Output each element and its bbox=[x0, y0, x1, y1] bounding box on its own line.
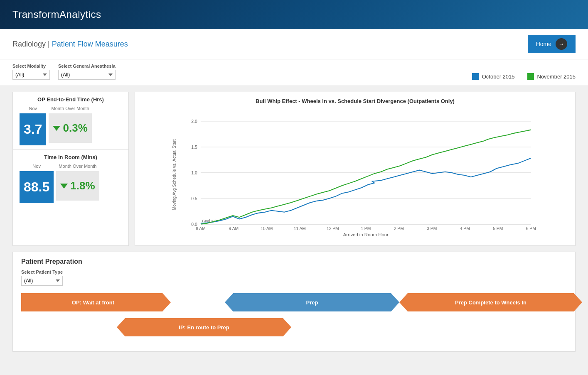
op-mom-value-card: 0.3% bbox=[49, 113, 91, 143]
anesthesia-select[interactable]: (All) bbox=[58, 70, 116, 80]
oct-swatch bbox=[472, 73, 479, 80]
prep-complete-label: Prep Complete to Wheels In bbox=[455, 299, 526, 306]
op-nov-card: Nov 3.7 bbox=[20, 106, 46, 145]
filters-row: Select Modality (All) Select General Ane… bbox=[0, 59, 588, 86]
chart-panel: Bull Whip Effect - Wheels In vs. Schedul… bbox=[135, 92, 576, 246]
time-nov-card: Nov 88.5 bbox=[20, 164, 54, 203]
op-metric-block: OP End-to-End Time (Hrs) Nov 3.7 Month O… bbox=[13, 92, 128, 150]
chart-line-nov bbox=[201, 130, 531, 224]
breadcrumb-page: Patient Flow Measures bbox=[52, 40, 128, 48]
chart-svg: Moving Avg Schedule vs. Actual Start 0.0… bbox=[142, 108, 568, 241]
anesthesia-filter-group: Select General Anesthesia (All) bbox=[58, 64, 116, 80]
modality-filter-group: Select Modality (All) bbox=[12, 64, 50, 80]
time-nov-label: Nov bbox=[20, 164, 54, 169]
chart-title: Bull Whip Effect - Wheels In vs. Schedul… bbox=[142, 98, 568, 104]
patient-type-filter-group: Select Patient Type (All) bbox=[21, 270, 63, 286]
flow-item-ip-route: IP: En route to Prep bbox=[117, 318, 291, 336]
legend-nov: November 2015 bbox=[527, 73, 576, 80]
main-content: OP End-to-End Time (Hrs) Nov 3.7 Month O… bbox=[0, 86, 588, 358]
svg-text:12 PM: 12 PM bbox=[327, 226, 339, 231]
home-button-label: Home bbox=[536, 41, 551, 47]
down-triangle-icon bbox=[53, 126, 60, 131]
svg-rect-0 bbox=[472, 73, 479, 80]
time-metric-row: Nov 88.5 Month Over Month 1.8% bbox=[20, 164, 122, 203]
time-mom-card: Month Over Month 1.8% bbox=[56, 164, 99, 203]
modality-select[interactable]: (All) bbox=[12, 70, 50, 80]
flow-item-prep: Prep bbox=[225, 293, 399, 311]
flow-item-prep-complete: Prep Complete to Wheels In bbox=[399, 293, 582, 311]
time-mom-value: 1.8% bbox=[60, 179, 95, 192]
anesthesia-label: Select General Anesthesia bbox=[58, 64, 116, 69]
svg-text:6 PM: 6 PM bbox=[526, 226, 536, 231]
svg-text:2.0: 2.0 bbox=[191, 119, 197, 124]
svg-text:5 PM: 5 PM bbox=[493, 226, 503, 231]
down-triangle-icon-2 bbox=[60, 184, 68, 189]
time-nov-value-card: 88.5 bbox=[20, 171, 54, 203]
op-mom-value: 0.3% bbox=[53, 122, 87, 135]
svg-text:3 PM: 3 PM bbox=[427, 226, 437, 231]
patient-type-label: Select Patient Type bbox=[21, 270, 63, 275]
legend-oct-label: October 2015 bbox=[482, 74, 515, 80]
breadcrumb-bar: Radiology | Patient Flow Measures Home → bbox=[0, 29, 588, 59]
svg-text:2 PM: 2 PM bbox=[394, 226, 404, 231]
chart-line-oct bbox=[201, 158, 531, 223]
metrics-panel: OP End-to-End Time (Hrs) Nov 3.7 Month O… bbox=[12, 92, 129, 246]
time-title: Time in Room (Mins) bbox=[20, 154, 122, 160]
svg-text:10 AM: 10 AM bbox=[261, 226, 273, 231]
breadcrumb: Radiology | Patient Flow Measures bbox=[12, 40, 128, 49]
svg-text:1.0: 1.0 bbox=[191, 171, 197, 175]
legend-oct: October 2015 bbox=[472, 73, 515, 80]
svg-text:9 AM: 9 AM bbox=[229, 226, 239, 231]
flow-diagram: OP: Wait at front IP: En route to Prep P… bbox=[21, 293, 567, 343]
flow-item-op-wait: OP: Wait at front bbox=[21, 293, 171, 311]
svg-text:0.5: 0.5 bbox=[191, 196, 197, 201]
patient-prep-section: Patient Preparation Select Patient Type … bbox=[12, 252, 576, 352]
time-nov-value: 88.5 bbox=[24, 179, 49, 194]
op-title: OP End-to-End Time (Hrs) bbox=[20, 96, 122, 103]
top-section: OP End-to-End Time (Hrs) Nov 3.7 Month O… bbox=[12, 92, 576, 246]
breadcrumb-prefix: Radiology | bbox=[12, 40, 52, 48]
app-header: TransformAnalytics bbox=[0, 0, 588, 29]
svg-text:11 AM: 11 AM bbox=[294, 226, 306, 231]
op-nov-label: Nov bbox=[20, 106, 46, 111]
svg-text:1.5: 1.5 bbox=[191, 145, 197, 150]
prep-title: Patient Preparation bbox=[21, 258, 567, 265]
ip-route-label: IP: En route to Prep bbox=[166, 324, 241, 331]
svg-rect-1 bbox=[527, 73, 534, 80]
home-button[interactable]: Home → bbox=[528, 35, 576, 53]
svg-text:1 PM: 1 PM bbox=[361, 226, 371, 231]
op-mom-card: Month Over Month 0.3% bbox=[49, 106, 91, 145]
svg-text:4 PM: 4 PM bbox=[460, 226, 470, 231]
op-mom-label: Month Over Month bbox=[49, 106, 91, 111]
chart-area: Moving Avg Schedule vs. Actual Start 0.0… bbox=[142, 108, 568, 241]
op-nov-value: 3.7 bbox=[24, 122, 42, 137]
home-arrow-icon: → bbox=[556, 38, 567, 50]
patient-type-select[interactable]: (All) bbox=[21, 276, 63, 286]
time-mom-value-card: 1.8% bbox=[56, 171, 99, 201]
y-axis-label: Moving Avg Schedule vs. Actual Start bbox=[172, 140, 177, 211]
op-wait-label: OP: Wait at front bbox=[65, 299, 127, 306]
svg-text:8 AM: 8 AM bbox=[196, 226, 206, 231]
time-metric-block: Time in Room (Mins) Nov 88.5 Month Over … bbox=[13, 150, 128, 207]
legend-nov-label: November 2015 bbox=[537, 74, 576, 80]
time-mom-label: Month Over Month bbox=[56, 164, 99, 169]
op-nov-value-card: 3.7 bbox=[20, 113, 46, 145]
nov-swatch bbox=[527, 73, 534, 80]
svg-text:Arrived in Room Hour: Arrived in Room Hour bbox=[343, 232, 389, 237]
app-title: TransformAnalytics bbox=[12, 9, 101, 20]
prep-label: Prep bbox=[306, 299, 318, 306]
prep-filter-row: Select Patient Type (All) bbox=[21, 270, 567, 286]
op-metric-row: Nov 3.7 Month Over Month 0.3% bbox=[20, 106, 122, 145]
modality-label: Select Modality bbox=[12, 64, 50, 69]
